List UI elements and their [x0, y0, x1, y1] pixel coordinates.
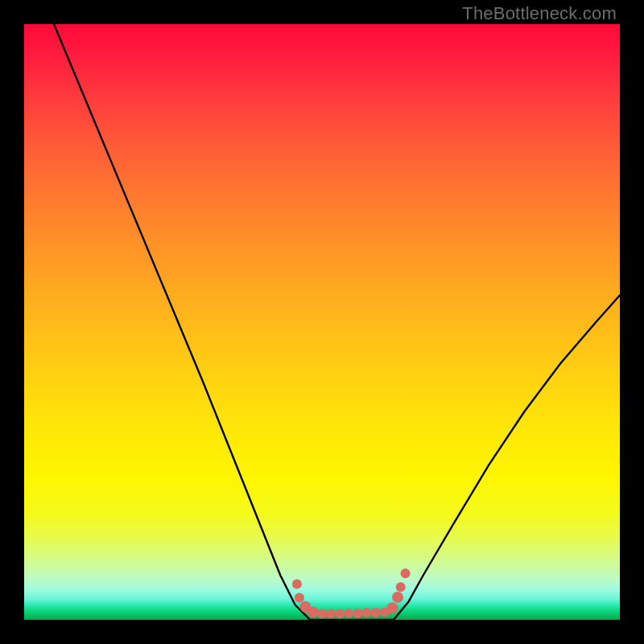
highlight-dot — [317, 609, 327, 619]
chart-svg — [24, 24, 620, 620]
highlight-dot — [335, 609, 345, 619]
highlight-dot — [371, 608, 381, 617]
highlight-dot — [344, 609, 353, 618]
highlight-dot — [353, 609, 362, 618]
highlight-dot — [326, 609, 336, 619]
highlight-dot — [308, 606, 319, 617]
highlight-dot — [392, 592, 403, 603]
highlight-dot — [295, 593, 304, 603]
highlight-dot — [386, 602, 398, 613]
highlight-dot-group — [292, 568, 411, 618]
highlight-dot — [401, 568, 411, 578]
curve-right-branch — [394, 295, 620, 620]
highlight-dot — [362, 608, 372, 617]
curve-left-branch — [54, 24, 310, 620]
chart-frame: TheBottleneck.com — [0, 0, 644, 644]
plot-area — [24, 24, 620, 620]
highlight-dot — [292, 580, 302, 589]
highlight-dot — [396, 582, 406, 592]
watermark-text: TheBottleneck.com — [462, 3, 617, 24]
